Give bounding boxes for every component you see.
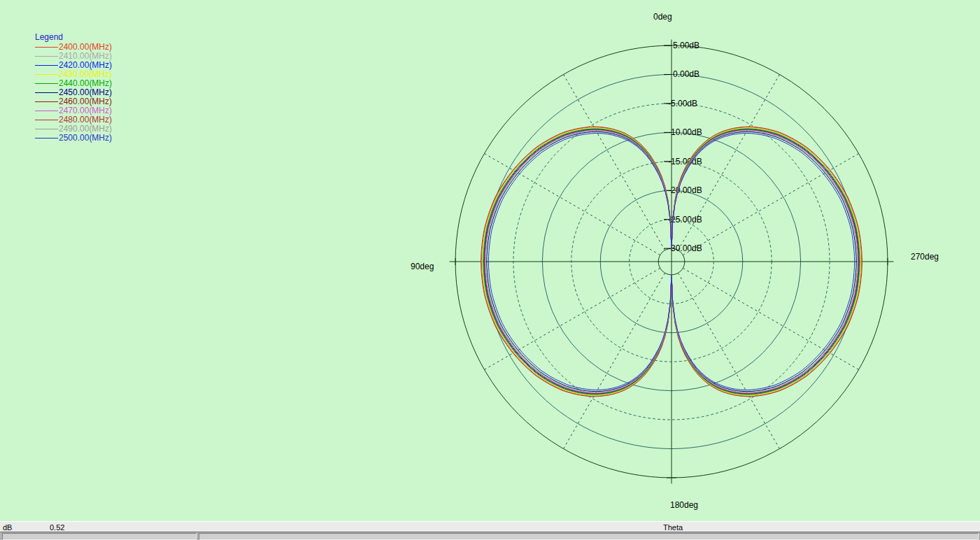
legend-item-label: 2420.00(MHz) (59, 60, 112, 70)
legend-items: 2400.00(MHz)2410.00(MHz)2420.00(MHz)2430… (35, 43, 112, 143)
radial-tick-label: -10.00dB (668, 127, 702, 137)
legend-item-label: 2440.00(MHz) (59, 78, 112, 88)
radial-tick-label: -15.00dB (668, 157, 702, 166)
status-axis-label: Theta (663, 523, 683, 532)
status-bar-lower (0, 532, 980, 540)
legend-title: Legend (35, 33, 112, 43)
legend-item-label: 2490.00(MHz) (59, 124, 112, 134)
status-bar: dB 0.52 Theta (0, 521, 980, 532)
legend-item-label: 2480.00(MHz) (59, 115, 112, 125)
legend-line-swatch (35, 120, 58, 120)
legend-line-swatch (35, 74, 58, 75)
legend-line-swatch (35, 138, 58, 138)
angle-label: 90deg (411, 262, 434, 271)
radial-tick-label: -5.00dB (668, 99, 697, 108)
legend-line-swatch (35, 111, 58, 111)
radial-tick-label: -30.00dB (668, 243, 702, 253)
legend-item: 2500.00(MHz) (35, 134, 112, 143)
legend: Legend 2400.00(MHz)2410.00(MHz)2420.00(M… (35, 33, 112, 143)
status-value: 0.52 (50, 523, 64, 532)
polar-plot: 5.00dB0.00dB-5.00dB-10.00dB-15.00dB-20.0… (0, 0, 980, 522)
radial-tick-label: 5.00dB (673, 41, 700, 50)
legend-line-swatch (35, 65, 58, 66)
legend-item-label: 2470.00(MHz) (59, 106, 112, 115)
legend-line-swatch (35, 92, 58, 93)
angle-label: 180deg (670, 500, 698, 510)
app-canvas: 5.00dB0.00dB-5.00dB-10.00dB-15.00dB-20.0… (0, 0, 980, 540)
legend-line-swatch (35, 47, 58, 48)
status-panel-right (199, 533, 979, 540)
legend-line-swatch (35, 83, 58, 84)
radial-tick-label: -20.00dB (668, 185, 702, 195)
legend-item-label: 2460.00(MHz) (59, 97, 112, 106)
legend-line-swatch (35, 56, 58, 57)
legend-item-label: 2400.00(MHz) (59, 42, 112, 52)
legend-line-swatch (35, 101, 58, 102)
legend-line-swatch (35, 129, 58, 129)
status-panel-left (2, 533, 197, 540)
status-unit-label: dB (3, 523, 12, 532)
legend-item-label: 2450.00(MHz) (59, 87, 112, 97)
legend-item-label: 2410.00(MHz) (59, 51, 112, 61)
legend-item-label: 2500.00(MHz) (59, 133, 112, 143)
angle-label: 0deg (653, 12, 672, 22)
legend-item-label: 2430.00(MHz) (59, 69, 112, 79)
radial-tick-label: 0.00dB (673, 69, 700, 79)
angle-label: 270deg (911, 252, 939, 262)
grid-spoke (678, 273, 779, 448)
